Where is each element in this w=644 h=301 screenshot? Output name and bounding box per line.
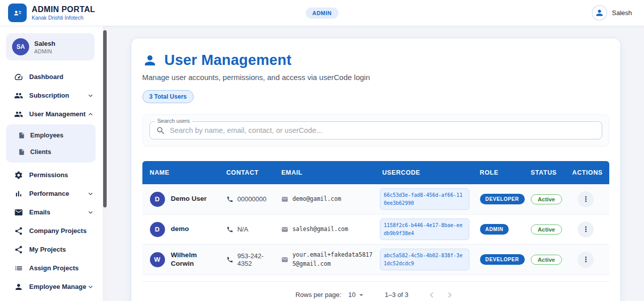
title-row: User Management xyxy=(142,52,609,68)
chevron-down-icon xyxy=(87,283,95,291)
row-user-name: demo xyxy=(171,225,189,234)
actions-cell xyxy=(565,187,609,211)
group-icon xyxy=(14,91,23,100)
search-input[interactable] xyxy=(170,126,596,134)
usercode-chip[interactable]: 66c53d3e-fad8-456d-af66-110ee3b62990 xyxy=(380,188,469,210)
sidebar-item-company-projects[interactable]: Company Projects xyxy=(0,221,103,240)
status-badge: Active xyxy=(531,255,562,265)
contact-text: 953-242-4352 xyxy=(237,252,272,267)
mail-icon xyxy=(281,196,288,203)
sidebar-item-performance[interactable]: Performance xyxy=(0,184,103,203)
kebab-icon xyxy=(582,225,590,234)
sidebar-item-my-projects[interactable]: My Projects xyxy=(0,240,103,259)
profile-avatar: SA xyxy=(12,38,29,55)
sidebar-item-label: Performance xyxy=(29,190,69,197)
kebab-icon xyxy=(582,195,590,203)
scrollbar-thumb[interactable] xyxy=(103,30,107,207)
column-header-email: EMAIL xyxy=(274,169,374,176)
chart-icon xyxy=(14,189,23,198)
rows-per-page-label: Rows per page: xyxy=(295,291,341,298)
header-user-menu[interactable]: Salesh xyxy=(592,5,632,21)
page-subtitle: Manage user accounts, permissions, and a… xyxy=(142,73,609,82)
name-cell: Ddemo xyxy=(142,218,219,241)
next-page-button[interactable] xyxy=(444,289,456,301)
phone-icon xyxy=(226,196,233,203)
sidebar-item-label: Assign Projects xyxy=(29,264,78,272)
sidebar-item-subscription[interactable]: Subscription xyxy=(0,86,103,105)
actions-cell xyxy=(565,217,609,242)
mail-icon xyxy=(281,226,288,233)
profile-text: Salesh ADMIN xyxy=(34,40,55,54)
table-body: DDemo User00000000demo@gamil.com66c53d3e… xyxy=(142,184,609,275)
sidebar-item-label: User Management xyxy=(29,110,86,118)
row-actions-button[interactable] xyxy=(578,252,594,268)
email-cell: salesh@gmail.com xyxy=(274,221,374,238)
row-actions-button[interactable] xyxy=(578,191,594,207)
table-row: DDemo User00000000demo@gamil.com66c53d3e… xyxy=(142,184,609,214)
file-icon xyxy=(18,132,25,139)
contact-cell: 953-242-4352 xyxy=(219,248,274,271)
role-badge: DEVELOPER xyxy=(480,194,525,204)
sidebar-item-emails[interactable]: Emails xyxy=(0,203,103,221)
usercode-chip[interactable]: abc5a582-4c5b-4b02-838f-3e1dc52dcdc9 xyxy=(380,249,469,270)
group-icon xyxy=(14,110,23,119)
sidebar-item-employee-manage[interactable]: Employee Manage xyxy=(0,277,103,296)
app-body: SA Salesh ADMIN DashboardSubscriptionUse… xyxy=(0,26,644,301)
sidebar-item-label: Subscription xyxy=(29,92,69,99)
search-field[interactable]: Search users xyxy=(149,121,602,139)
search-field-label: Search users xyxy=(155,118,193,124)
sidebar-item-label: Employee Manage xyxy=(29,283,86,290)
chevron-left-icon xyxy=(426,289,437,300)
brand-name: ADMIN PORTAL xyxy=(32,5,95,14)
row-avatar: D xyxy=(150,222,165,237)
rows-per-page-select[interactable]: 10 xyxy=(348,290,365,299)
sidebar-profile-card: SA Salesh ADMIN xyxy=(6,33,95,60)
usercode-cell: 66c53d3e-fad8-456d-af66-110ee3b62990 xyxy=(375,184,472,214)
sidebar-item-label: Emails xyxy=(29,208,50,216)
chevron-right-icon xyxy=(444,289,455,300)
usercode-cell: abc5a582-4c5b-4b02-838f-3e1dc52dcdc9 xyxy=(375,245,472,274)
row-actions-button[interactable] xyxy=(578,221,594,238)
sidebar-item-user-management[interactable]: User Management xyxy=(0,105,103,123)
table-row: DdemoN/Asalesh@gmail.com1158f2c6-b446-4e… xyxy=(142,214,609,245)
table-header-row: NAMECONTACTEMAILUSERCODEROLESTATUSACTION… xyxy=(142,161,609,184)
column-header-status: STATUS xyxy=(523,169,565,176)
status-badge: Active xyxy=(531,224,562,235)
profile-name: Salesh xyxy=(34,40,55,47)
column-header-actions: ACTIONS xyxy=(565,169,609,176)
page-title: User Management xyxy=(165,52,292,68)
sidebar-subitem-clients[interactable]: Clients xyxy=(6,143,96,160)
role-badge: DEVELOPER xyxy=(480,254,525,265)
dashboard-icon xyxy=(14,72,23,82)
sidebar-item-dashboard[interactable]: Dashboard xyxy=(0,67,103,86)
mail-icon xyxy=(281,256,288,263)
previous-page-button[interactable] xyxy=(426,289,438,301)
contact-text: N/A xyxy=(237,225,249,233)
caret-down-icon xyxy=(357,290,366,299)
row-user-name: Demo User xyxy=(171,195,207,203)
brand-logo-icon xyxy=(8,4,27,22)
usercode-cell: 1158f2c6-b446-4e17-8bae-eedb9b9f38e4 xyxy=(375,214,472,244)
role-cell: ADMIN xyxy=(472,220,523,239)
app-header: ADMIN PORTAL Kanak Drishti Infotech ADMI… xyxy=(0,0,644,26)
sidebar-item-label: Dashboard xyxy=(29,73,63,81)
sidebar-item-partial-item[interactable] xyxy=(0,296,103,301)
usercode-chip[interactable]: 1158f2c6-b446-4e17-8bae-eedb9b9f38e4 xyxy=(380,218,469,240)
sidebar-subitem-employees[interactable]: Employees xyxy=(6,127,96,143)
share-icon xyxy=(14,227,23,236)
sidebar-menu: DashboardSubscriptionUser ManagementEmpl… xyxy=(0,66,103,301)
table-row: WWilhelm Corwin953-242-4352your.email+fa… xyxy=(142,245,609,275)
sidebar-item-permissions[interactable]: Permissions xyxy=(0,166,103,184)
brand-text: ADMIN PORTAL Kanak Drishti Infotech xyxy=(32,5,95,21)
sidebar-scrollbar[interactable] xyxy=(103,26,107,301)
mail-icon xyxy=(14,208,23,217)
search-panel: Search users xyxy=(142,114,609,146)
email-cell: your.email+fakedata58175@gmail.com xyxy=(274,247,374,272)
user-avatar-icon[interactable] xyxy=(592,5,607,21)
share-icon xyxy=(14,245,23,254)
email-cell: demo@gamil.com xyxy=(274,191,374,207)
header-user-name: Salesh xyxy=(612,9,632,17)
sidebar-item-assign-projects[interactable]: Assign Projects xyxy=(0,259,103,277)
name-cell: DDemo User xyxy=(142,188,219,211)
rows-per-page-value: 10 xyxy=(348,291,355,298)
